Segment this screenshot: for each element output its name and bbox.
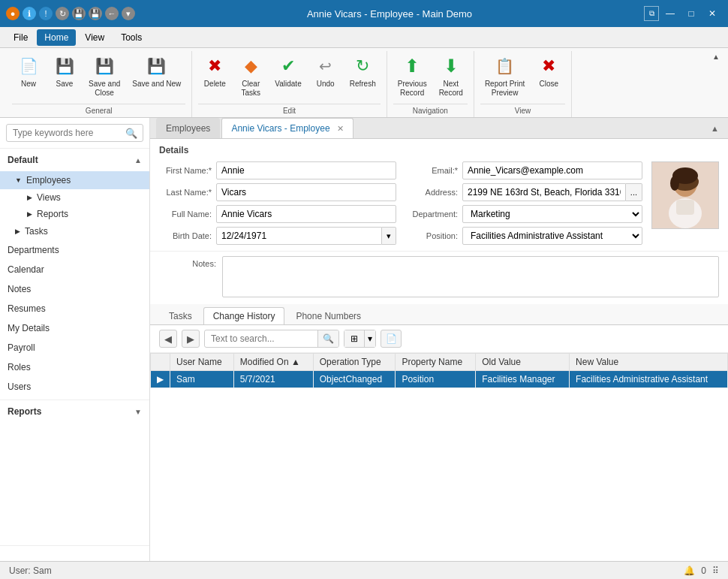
sidebar-search-input[interactable] bbox=[6, 124, 143, 142]
col-header-new-value[interactable]: New Value bbox=[570, 354, 728, 371]
app-icon-blue2[interactable]: ! bbox=[39, 7, 53, 20]
views-expand-icon: ▶ bbox=[27, 194, 32, 201]
app-icon-save2[interactable]: 💾 bbox=[89, 7, 102, 20]
birthdate-calendar-btn[interactable]: ▾ bbox=[382, 227, 396, 245]
sidebar-item-departments[interactable]: Departments bbox=[0, 240, 149, 260]
app-icon-back[interactable]: ← bbox=[105, 7, 119, 20]
table-view-dropdown-arrow[interactable]: ▾ bbox=[364, 330, 375, 347]
row-expand-cell[interactable]: ▶ bbox=[151, 371, 170, 388]
menu-view[interactable]: View bbox=[77, 29, 112, 46]
window-controls: ⧉ — □ ✕ bbox=[644, 5, 722, 22]
position-select[interactable]: Facilities Administrative Assistant bbox=[462, 227, 642, 245]
ribbon-btn-save[interactable]: 💾 Save bbox=[48, 51, 81, 92]
ribbon-btn-next[interactable]: ⬇ Next Record bbox=[435, 51, 468, 101]
birthdate-field: ▾ bbox=[216, 227, 396, 245]
tab-close-icon[interactable]: ✕ bbox=[337, 124, 344, 133]
sidebar-section-reports-header[interactable]: Reports ▼ bbox=[0, 400, 149, 423]
ribbon-btn-validate[interactable]: ✔ Validate bbox=[270, 51, 305, 92]
notes-area: Notes: bbox=[150, 252, 728, 304]
app-icon-blue[interactable]: ℹ bbox=[23, 7, 36, 20]
ribbon-btn-delete[interactable]: ✖ Delete bbox=[198, 51, 231, 92]
lastname-input[interactable] bbox=[216, 183, 396, 201]
title-bar-icons: ● ℹ ! ↻ 💾 💾 ← ▾ bbox=[6, 7, 135, 20]
sidebar-item-employees[interactable]: ▼ Employees bbox=[0, 171, 149, 189]
sidebar-item-calendar[interactable]: Calendar bbox=[0, 260, 149, 279]
app-icon-save[interactable]: 💾 bbox=[72, 7, 86, 20]
ribbon-btn-save-new[interactable]: 💾 Save and New bbox=[128, 51, 185, 92]
sidebar-item-notes[interactable]: Notes bbox=[0, 279, 149, 299]
ribbon-btn-save-close[interactable]: 💾 Save and Close bbox=[84, 51, 125, 101]
previous-label: Previous Record bbox=[398, 80, 427, 98]
form-row-email: Email:* bbox=[405, 161, 642, 179]
table-view-dropdown: ⊞ ▾ bbox=[344, 330, 376, 348]
sidebar-sub-item-reports-label: Reports bbox=[37, 209, 68, 219]
form-row-lastname: Last Name:* bbox=[159, 183, 396, 201]
previous-icon: ⬆ bbox=[400, 54, 424, 78]
menu-file[interactable]: File bbox=[6, 29, 35, 46]
table-export-btn[interactable]: 📄 bbox=[381, 330, 402, 348]
menu-home[interactable]: Home bbox=[37, 29, 76, 46]
col-header-expand[interactable] bbox=[151, 354, 170, 371]
close-button[interactable]: ✕ bbox=[702, 5, 722, 22]
sub-tab-tasks[interactable]: Tasks bbox=[159, 307, 202, 324]
sidebar-item-roles[interactable]: Roles bbox=[0, 357, 149, 377]
notes-input[interactable] bbox=[222, 256, 719, 297]
restore-window-icon[interactable]: ⧉ bbox=[644, 6, 659, 21]
app-icon-refresh[interactable]: ↻ bbox=[56, 7, 69, 20]
table-nav-prev-btn[interactable]: ◀ bbox=[159, 330, 177, 348]
col-header-operation-type[interactable]: Operation Type bbox=[313, 354, 396, 371]
sub-tab-change-history[interactable]: Change History bbox=[203, 307, 285, 324]
ribbon-btn-clear-tasks[interactable]: ◆ Clear Tasks bbox=[234, 51, 267, 101]
content-tabs-collapse[interactable]: ▲ bbox=[708, 121, 722, 136]
firstname-input[interactable] bbox=[216, 161, 396, 179]
sidebar-item-resumes[interactable]: Resumes bbox=[0, 299, 149, 318]
close-ribbon-label: Close bbox=[539, 80, 558, 89]
col-header-modified-on[interactable]: Modified On ▲ bbox=[233, 354, 313, 371]
sidebar-footer bbox=[0, 545, 149, 561]
new-icon: 📄 bbox=[17, 54, 41, 78]
minimize-button[interactable]: — bbox=[660, 5, 680, 22]
notes-label: Notes: bbox=[159, 256, 219, 268]
ribbon-collapse-btn[interactable]: ▲ bbox=[710, 51, 722, 61]
group-label-navigation: Navigation bbox=[393, 104, 468, 117]
sidebar-item-payroll[interactable]: Payroll bbox=[0, 338, 149, 357]
firstname-label: First Name:* bbox=[159, 166, 212, 175]
table-row[interactable]: ▶ Sam 5/7/2021 ObjectChanged Position Fa… bbox=[151, 371, 728, 388]
sidebar-sub-item-reports[interactable]: ▶ Reports bbox=[0, 206, 149, 222]
birthdate-input[interactable] bbox=[216, 227, 382, 245]
sort-asc-icon: ▲ bbox=[291, 357, 300, 367]
sub-tab-phone-numbers[interactable]: Phone Numbers bbox=[286, 307, 371, 324]
status-right: 🔔 0 ⠿ bbox=[684, 565, 719, 576]
col-header-username[interactable]: User Name bbox=[170, 354, 234, 371]
tab-employees[interactable]: Employees bbox=[156, 118, 220, 138]
ribbon-btn-undo[interactable]: ↩ Undo bbox=[309, 51, 342, 92]
ribbon-btn-new[interactable]: 📄 New bbox=[12, 51, 45, 92]
sidebar-item-users[interactable]: Users bbox=[0, 377, 149, 397]
address-ellipsis-btn[interactable]: ... bbox=[626, 183, 642, 201]
ribbon-btn-report-print[interactable]: 📋 Report Print Preview bbox=[480, 51, 529, 101]
sub-tabs: Tasks Change History Phone Numbers bbox=[150, 304, 728, 325]
address-input[interactable] bbox=[462, 183, 626, 201]
ribbon-btn-close[interactable]: ✖ Close bbox=[532, 51, 565, 92]
app-icon-orange[interactable]: ● bbox=[6, 7, 20, 20]
sidebar-item-my-details[interactable]: My Details bbox=[0, 318, 149, 338]
ribbon-btn-refresh[interactable]: ↻ Refresh bbox=[345, 51, 381, 92]
ribbon-btn-previous[interactable]: ⬆ Previous Record bbox=[393, 51, 432, 101]
app-icon-menu[interactable]: ▾ bbox=[122, 7, 135, 20]
sidebar-sub-item-views[interactable]: ▶ Views bbox=[0, 189, 149, 206]
department-label: Department: bbox=[405, 210, 458, 219]
col-header-old-value[interactable]: Old Value bbox=[476, 354, 570, 371]
table-search-input[interactable] bbox=[205, 331, 317, 346]
col-header-property-name[interactable]: Property Name bbox=[396, 354, 476, 371]
maximize-button[interactable]: □ bbox=[681, 5, 701, 22]
email-input[interactable] bbox=[462, 161, 642, 179]
tab-annie-vicars[interactable]: Annie Vicars - Employee ✕ bbox=[221, 118, 353, 138]
table-view-dropdown-main[interactable]: ⊞ bbox=[344, 330, 364, 347]
sidebar-item-tasks[interactable]: ▶ Tasks bbox=[0, 222, 149, 240]
menu-tools[interactable]: Tools bbox=[113, 29, 149, 46]
fullname-input[interactable] bbox=[216, 205, 396, 223]
table-nav-next-btn[interactable]: ▶ bbox=[182, 330, 200, 348]
department-select[interactable]: Marketing bbox=[462, 205, 642, 223]
table-search-btn[interactable]: 🔍 bbox=[317, 330, 338, 347]
sidebar-section-default-header[interactable]: Default ▲ bbox=[0, 149, 149, 171]
